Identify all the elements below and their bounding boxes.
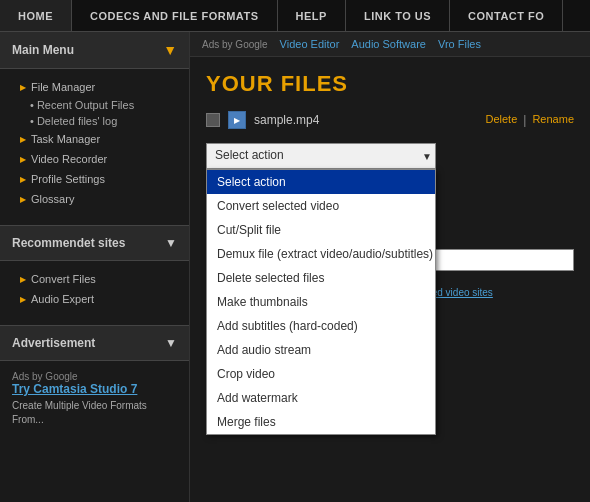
sidebar-item-profile-settings[interactable]: ▶ Profile Settings [0,169,189,189]
nav-home[interactable]: HOME [0,0,72,31]
top-navigation: HOME CODECS AND FILE FORMATS HELP LINK T… [0,0,590,32]
main-content: Ads by Google Video Editor Audio Softwar… [190,32,590,502]
nav-link-to-us[interactable]: LINK TO US [346,0,450,31]
sidebar-label-profile-settings: Profile Settings [31,173,105,185]
subnav-google-label: Ads by Google [202,39,268,50]
file-actions: Delete | Rename [486,113,575,127]
select-box[interactable]: Select action [206,143,436,169]
file-row: ▶ sample.mp4 Delete | Rename [190,105,590,135]
sidebar-google-label: Ads by Google [12,371,177,382]
main-layout: Main Menu ▼ ▶ File Manager Recent Output… [0,32,590,502]
action-dropdown-area: Select action ▼ Select action Convert se… [190,135,590,177]
sidebar-label-file-manager: File Manager [31,81,95,93]
sidebar-main-menu-label: Main Menu [12,43,74,57]
sidebar-recommended-header[interactable]: Recommendet sites ▼ [0,225,189,261]
dropdown-item-6[interactable]: Add subtitles (hard-coded) [207,314,435,338]
sidebar-item-file-manager[interactable]: ▶ File Manager [0,77,189,97]
sub-navigation: Ads by Google Video Editor Audio Softwar… [190,32,590,57]
triangle-icon: ▶ [20,295,26,304]
dropdown-item-7[interactable]: Add audio stream [207,338,435,362]
dropdown-item-8[interactable]: Crop video [207,362,435,386]
sidebar-item-task-manager[interactable]: ▶ Task Manager [0,129,189,149]
sidebar-label-video-recorder: Video Recorder [31,153,107,165]
nav-help[interactable]: HELP [278,0,346,31]
dropdown-item-9[interactable]: Add watermark [207,386,435,410]
sidebar-label-glossary: Glossary [31,193,74,205]
nav-contact[interactable]: CONTACT FO [450,0,563,31]
delete-link[interactable]: Delete [486,113,518,127]
sidebar-main-menu-header[interactable]: Main Menu ▼ [0,32,189,69]
dropdown-item-4[interactable]: Delete selected files [207,266,435,290]
sidebar-label-convert-files: Convert Files [31,273,96,285]
sidebar-recommended-menu: ▶ Convert Files ▶ Audio Expert [0,261,189,317]
action-separator: | [523,113,526,127]
sidebar-label-task-manager: Task Manager [31,133,100,145]
sidebar-item-glossary[interactable]: ▶ Glossary [0,189,189,209]
triangle-icon: ▶ [20,83,26,92]
subnav-video-editor[interactable]: Video Editor [280,38,340,50]
sidebar-sub-deleted-log[interactable]: Deleted files' log [0,113,189,129]
subnav-vro-files[interactable]: Vro Files [438,38,481,50]
triangle-icon: ▶ [20,155,26,164]
dropdown-item-2[interactable]: Cut/Split file [207,218,435,242]
dropdown-item-0[interactable]: Select action [207,170,435,194]
dropdown-open-list: Select action Convert selected video Cut… [206,169,436,435]
sidebar-sub-recent-output[interactable]: Recent Output Files [0,97,189,113]
triangle-icon: ▶ [20,195,26,204]
sidebar-advertisement-label: Advertisement [12,336,95,350]
dropdown-item-1[interactable]: Convert selected video [207,194,435,218]
triangle-icon: ▶ [20,135,26,144]
sidebar-arrow-icon: ▼ [163,42,177,58]
triangle-icon: ▶ [20,275,26,284]
sidebar-advertisement-header[interactable]: Advertisement ▼ [0,325,189,361]
rename-input[interactable] [434,249,574,271]
triangle-icon: ▶ [20,175,26,184]
subnav-audio-software[interactable]: Audio Software [351,38,426,50]
sidebar-item-video-recorder[interactable]: ▶ Video Recorder [0,149,189,169]
file-type-icon: ▶ [228,111,246,129]
file-checkbox[interactable] [206,113,220,127]
nav-codecs[interactable]: CODECS AND FILE FORMATS [72,0,278,31]
file-name: sample.mp4 [254,113,319,127]
dropdown-item-10[interactable]: Merge files [207,410,435,434]
rename-link[interactable]: Rename [532,113,574,127]
sidebar-ad-area: Ads by Google Try Camtasia Studio 7 Crea… [0,361,189,437]
dropdown-item-5[interactable]: Make thumbnails [207,290,435,314]
sidebar-ad-title[interactable]: Try Camtasia Studio 7 [12,382,177,396]
sidebar-advertisement-arrow-icon: ▼ [165,336,177,350]
sidebar-menu: ▶ File Manager Recent Output Files Delet… [0,69,189,217]
dropdown-item-3[interactable]: Demux file (extract video/audio/subtitle… [207,242,435,266]
sidebar-recommended-arrow-icon: ▼ [165,236,177,250]
select-wrapper: Select action ▼ [206,143,436,169]
page-title: YOUR FILES [190,57,590,105]
sidebar-label-audio-expert: Audio Expert [31,293,94,305]
sidebar-recommended-label: Recommendet sites [12,236,125,250]
sidebar-ad-description: Create Multiple Video Formats From... [12,399,177,427]
sidebar-item-convert-files[interactable]: ▶ Convert Files [0,269,189,289]
sidebar-item-audio-expert[interactable]: ▶ Audio Expert [0,289,189,309]
sidebar: Main Menu ▼ ▶ File Manager Recent Output… [0,32,190,502]
